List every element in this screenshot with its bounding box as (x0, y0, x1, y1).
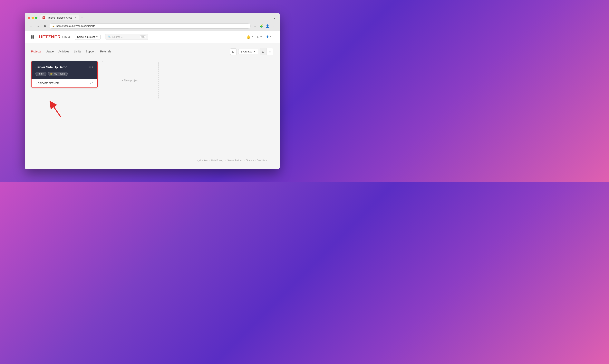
toolbar-icons: ☆ 🧩 👤 ⋮ (252, 23, 277, 29)
apps-grid-icon[interactable] (31, 35, 34, 39)
crown-icon: 👑 (50, 73, 53, 75)
menu-button[interactable]: ⋮ (271, 23, 277, 29)
address-bar[interactable]: 🔒 https://console.hetzner.cloud/projects (49, 24, 251, 28)
project-selector-label: Select a project (77, 35, 95, 38)
search-kbd-hint: ⌘K (140, 35, 146, 38)
notifications-button[interactable]: 🔔 ▼ (245, 34, 255, 40)
role-badge: Admin (35, 72, 46, 76)
create-server-label: + CREATE SERVER (35, 82, 59, 85)
annotation-arrow (43, 98, 67, 118)
project-badges: Admin 👑 Jay Rogers (35, 72, 94, 76)
forward-button[interactable]: → (35, 23, 41, 29)
footer-separator-1: · (209, 159, 210, 161)
window-controls[interactable]: ⌄ (273, 16, 277, 19)
main-content: Projects Usage Activities Limits Support… (25, 43, 280, 169)
chevron-down-icon: ▼ (96, 36, 98, 38)
browser-toolbar: ← → ↻ 🔒 https://console.hetzner.cloud/pr… (25, 22, 280, 31)
traffic-lights (28, 17, 37, 19)
back-button[interactable]: ← (28, 23, 33, 29)
app-header: HETZNER Cloud Select a project ▼ 🔍 Searc… (25, 31, 280, 43)
tab-referrals[interactable]: Referrals (100, 48, 111, 55)
url-text: https://console.hetzner.cloud/projects (56, 25, 95, 27)
search-placeholder: Search... (112, 35, 123, 38)
sort-button[interactable]: ↑ Created ▼ (238, 49, 258, 54)
sort-direction-icon: ↑ (241, 50, 242, 53)
footer-terms[interactable]: Terms and Conditions (246, 159, 267, 161)
extensions-button[interactable]: 🧩 (258, 23, 264, 29)
search-icon: 🔍 (108, 35, 111, 38)
chevron-down-icon: ▼ (254, 51, 256, 53)
view-toggle: ⊞ ≡ (260, 48, 273, 55)
footer-separator-2: · (225, 159, 226, 161)
browser-window: H Projects · Hetzner Cloud × + ⌄ ← → ↻ 🔒… (25, 13, 280, 169)
lock-icon: 🔒 (52, 25, 55, 27)
active-tab[interactable]: H Projects · Hetzner Cloud × (40, 15, 79, 20)
project-selector[interactable]: Select a project ▼ (75, 34, 100, 40)
close-traffic-light[interactable] (28, 17, 30, 19)
maximize-traffic-light[interactable] (35, 17, 37, 19)
project-card-bottom: + CREATE SERVER + 1 (31, 79, 97, 88)
tab-limits[interactable]: Limits (74, 48, 81, 55)
bookmark-button[interactable]: ☆ (252, 23, 258, 29)
tab-support[interactable]: Support (86, 48, 96, 55)
user-badge: 👑 Jay Rogers (48, 72, 68, 76)
project-card-header: Server Side Up Demo ••• (35, 65, 94, 69)
footer: Legal Notice · Data Privacy · System Pol… (31, 156, 273, 165)
nav-tabs: Projects Usage Activities Limits Support… (31, 48, 273, 55)
grid-icon: ⊞ (257, 35, 259, 38)
project-menu-button[interactable]: ••• (89, 65, 94, 69)
header-actions: 🔔 ▼ ⊞ ▼ 👤 ▼ (245, 34, 273, 40)
projects-grid: Server Side Up Demo ••• Admin 👑 Jay Roge… (31, 61, 273, 100)
new-project-card[interactable]: + New project (102, 61, 159, 100)
hetzner-wordmark: HETZNER (39, 34, 61, 39)
user-account-button[interactable]: 👤 ▼ (264, 34, 273, 39)
role-badge-label: Admin (38, 72, 44, 75)
list-view-toggle[interactable]: ≡ (266, 48, 273, 55)
grid-view-button[interactable]: ⊞ ▼ (256, 34, 263, 39)
tab-controls: ⊟ ↑ Created ▼ ⊞ ≡ (230, 48, 273, 55)
project-card[interactable]: Server Side Up Demo ••• Admin 👑 Jay Roge… (31, 61, 98, 88)
chevron-down-icon: ▼ (251, 36, 253, 38)
tab-projects[interactable]: Projects (31, 48, 41, 55)
search-bar[interactable]: 🔍 Search... ⌘K (105, 34, 148, 40)
grid-view-toggle[interactable]: ⊞ (260, 48, 266, 55)
footer-data-privacy[interactable]: Data Privacy (211, 159, 223, 161)
browser-tabs: H Projects · Hetzner Cloud × + (40, 15, 271, 21)
app-content: HETZNER Cloud Select a project ▼ 🔍 Searc… (25, 31, 280, 169)
tab-title: Projects · Hetzner Cloud (47, 16, 72, 19)
bell-icon: 🔔 (247, 35, 250, 39)
reload-button[interactable]: ↻ (42, 23, 48, 29)
user-icon: 👤 (266, 35, 269, 38)
chevron-down-icon: ▼ (270, 36, 272, 38)
tab-usage[interactable]: Usage (46, 48, 54, 55)
tab-favicon: H (42, 16, 45, 19)
project-card-top: Server Side Up Demo ••• Admin 👑 Jay Roge… (31, 61, 97, 79)
chevron-down-icon: ▼ (260, 36, 262, 38)
footer-separator-3: · (244, 159, 245, 161)
tab-close-button[interactable]: × (74, 16, 77, 19)
filter-button[interactable]: ⊟ (230, 48, 237, 55)
user-badge-label: Jay Rogers (54, 72, 66, 75)
profile-button[interactable]: 👤 (265, 23, 270, 29)
minimize-traffic-light[interactable] (31, 17, 34, 19)
new-tab-button[interactable]: + (79, 15, 85, 21)
sort-label: Created (243, 50, 252, 53)
hetzner-logo: HETZNER Cloud (39, 34, 70, 39)
footer-system-policies[interactable]: System Policies (227, 159, 243, 161)
hetzner-cloud-label: Cloud (62, 35, 70, 39)
resource-count: + 1 (90, 82, 94, 85)
project-name: Server Side Up Demo (35, 65, 67, 69)
tab-activities[interactable]: Activities (58, 48, 69, 55)
new-project-label: + New project (122, 79, 138, 82)
browser-chrome: H Projects · Hetzner Cloud × + ⌄ ← → ↻ 🔒… (25, 13, 280, 31)
create-server-button[interactable]: + CREATE SERVER (35, 82, 59, 85)
footer-legal-notice[interactable]: Legal Notice (195, 159, 208, 161)
project-card-wrapper: Server Side Up Demo ••• Admin 👑 Jay Roge… (31, 61, 98, 100)
